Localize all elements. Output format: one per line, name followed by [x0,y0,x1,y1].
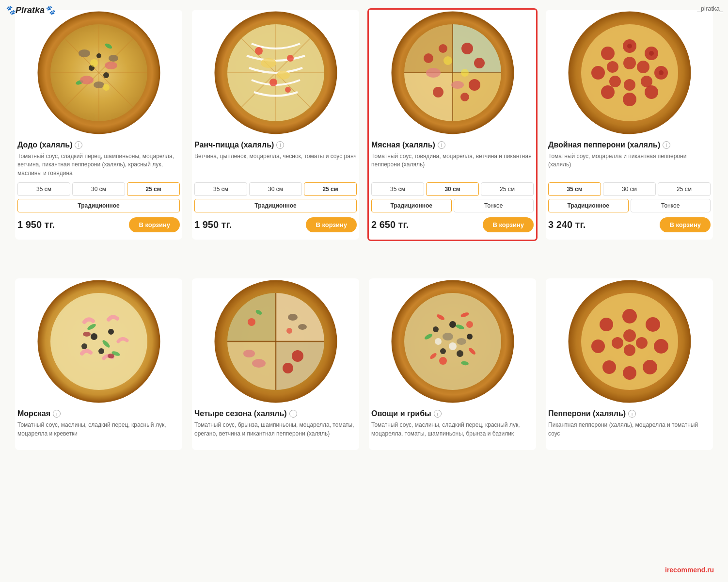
size-btn-25см[interactable]: 25 см [481,182,534,196]
watermark-logo: 🐾Piratka🐾 [5,5,55,16]
watermark-site: irecommend.ru [665,564,723,577]
crust-btn-Традиционное[interactable]: Традиционное [194,199,357,212]
crust-buttons-dodo: Традиционное [15,199,182,212]
pizza-image-four-seasons [192,278,359,404]
svg-point-37 [424,53,433,63]
pizza-card-vegetables: Овощи и грибы i Томатный соус, маслины, … [369,278,536,450]
svg-point-35 [469,79,480,91]
add-to-cart-btn-dodo[interactable]: В корзину [129,217,180,232]
add-to-cart-btn-myasnaya[interactable]: В корзину [483,217,534,232]
pizza-name-ranch: Ранч-пицца (халяль) [194,141,274,149]
svg-point-103 [466,321,473,328]
svg-point-83 [248,318,255,326]
watermark-handle: _piratka_ [697,5,723,12]
size-btn-35см[interactable]: 35 см [548,182,601,196]
price-row-myasnaya: 2 650 тг. В корзину [369,217,536,232]
info-icon-morskaya[interactable]: i [53,410,61,418]
svg-point-97 [457,350,463,357]
svg-point-14 [80,76,94,84]
svg-point-6 [79,49,90,57]
svg-point-42 [443,56,452,65]
crust-btn-Традиционное[interactable]: Традиционное [371,199,452,212]
svg-point-7 [109,55,118,62]
svg-point-36 [433,87,443,97]
svg-point-52 [591,66,605,80]
svg-point-113 [602,360,616,374]
pizza-image-ranch [192,10,359,136]
svg-point-99 [433,326,439,332]
pizza-name-four-seasons: Четыре сезона (халяль) [194,409,287,418]
crust-btn-Тонкое[interactable]: Тонкое [454,199,534,212]
svg-point-117 [636,337,648,349]
svg-point-72 [83,332,91,337]
svg-point-109 [646,317,660,332]
svg-point-15 [105,62,117,69]
size-buttons-pepperoni-double: 35 см30 см25 см [546,182,713,196]
pizza-title-row-vegetables: Овощи и грибы i [369,409,536,418]
size-btn-30см[interactable]: 30 см [249,182,302,196]
size-btn-30см[interactable]: 30 см [426,182,479,196]
crust-buttons-myasnaya: ТрадиционноеТонкое [369,199,536,212]
pizza-card-myasnaya: Мясная (халяль) i Томатный соус, говядин… [369,10,536,240]
pizza-title-row-myasnaya: Мясная (халяль) i [369,141,536,149]
svg-point-102 [439,357,447,365]
svg-point-43 [461,69,469,77]
info-icon-four-seasons[interactable]: i [289,410,297,418]
pizza-name-pepperoni-double: Двойная пепперони (халяль) [548,141,660,149]
size-btn-30см[interactable]: 30 см [603,182,656,196]
pizza-image-vegetables [369,278,536,404]
svg-point-118 [624,344,635,356]
svg-point-38 [439,44,447,53]
pizza-name-morskaya: Морская [17,409,50,418]
svg-point-64 [50,293,147,390]
info-icon-ranch[interactable]: i [276,141,284,149]
size-btn-35см[interactable]: 35 см [17,182,70,196]
pizza-card-four-seasons: Четыре сезона (халяль) i Томатный соус, … [192,278,359,450]
crust-btn-Тонкое[interactable]: Тонкое [631,199,711,212]
size-btn-30см[interactable]: 30 см [72,182,125,196]
svg-point-112 [623,366,636,380]
pizza-description-morskaya: Томатный соус, маслины, сладкий перец, к… [15,421,182,438]
svg-point-82 [243,350,255,357]
svg-point-67 [98,348,104,354]
add-to-cart-btn-pepperoni-double[interactable]: В корзину [660,217,711,232]
pizza-description-dodo: Томатный соус, сладкий перец, шампиньоны… [15,152,182,178]
pizza-image-dodo [15,10,182,136]
svg-point-13 [96,53,101,58]
size-buttons-myasnaya: 35 см30 см25 см [369,182,536,196]
size-btn-35см[interactable]: 35 см [371,182,424,196]
pizza-image-morskaya [15,278,182,404]
size-btn-35см[interactable]: 35 см [194,182,247,196]
svg-point-49 [645,85,658,99]
svg-point-51 [601,85,615,99]
svg-point-39 [460,93,469,101]
info-icon-dodo[interactable]: i [75,141,82,149]
pizza-image-pepperoni [546,278,713,404]
info-icon-pepperoni-double[interactable]: i [663,141,670,149]
pizza-title-row-four-seasons: Четыре сезона (халяль) i [192,409,359,418]
size-btn-25см[interactable]: 25 см [658,182,711,196]
pizza-card-dodo: Додо (халяль) i Томатный соус, сладкий п… [15,10,182,240]
svg-point-80 [283,363,293,373]
svg-point-12 [103,72,109,78]
info-icon-pepperoni[interactable]: i [628,410,636,418]
size-btn-25см[interactable]: 25 см [304,182,357,196]
info-icon-myasnaya[interactable]: i [438,141,445,149]
pizza-title-row-pepperoni: Пепперони (халяль) i [546,409,713,418]
svg-point-114 [591,340,605,353]
crust-btn-Традиционное[interactable]: Традиционное [17,199,180,212]
pizza-grid: Додо (халяль) i Томатный соус, сладкий п… [15,10,713,450]
add-to-cart-btn-ranch[interactable]: В корзину [306,217,357,232]
svg-point-27 [285,87,291,93]
pizza-title-row-pepperoni-double: Двойная пепперони (халяль) i [546,141,713,149]
pizza-description-pepperoni: Пикантная пепперони (халяль), моцарелла … [546,421,713,438]
price-row-ranch: 1 950 тг. В корзину [192,217,359,232]
crust-btn-Традиционное[interactable]: Традиционное [548,199,629,212]
svg-point-40 [426,68,441,78]
svg-point-116 [623,329,636,342]
svg-point-110 [654,339,668,354]
size-btn-25см[interactable]: 25 см [127,182,180,196]
svg-point-50 [623,93,636,106]
svg-point-33 [461,43,473,54]
info-icon-vegetables[interactable]: i [434,410,442,418]
